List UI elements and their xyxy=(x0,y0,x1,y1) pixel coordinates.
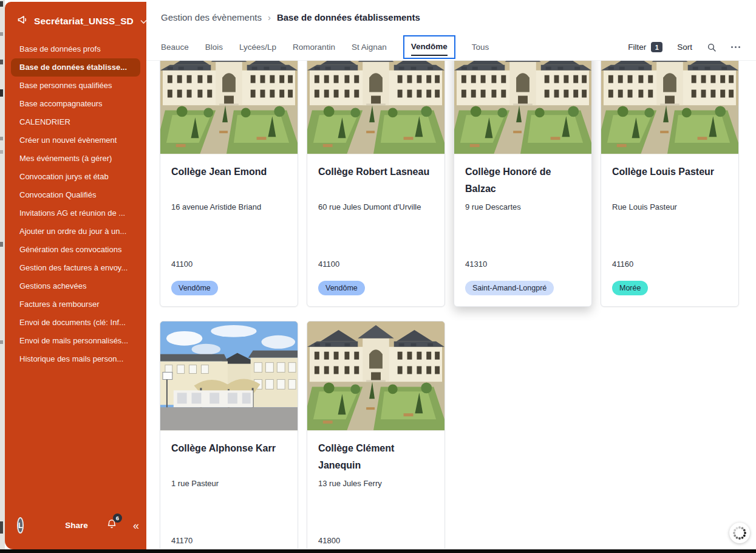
record-postal-code: 41170 xyxy=(171,536,192,545)
window-edge-strip xyxy=(0,0,5,549)
record-city-badge: Morée xyxy=(612,281,648,295)
toolbar-right: Filter 1 Sort xyxy=(628,42,740,52)
school-illustration xyxy=(454,61,591,154)
record-card-body: Collège Robert Lasneau 60 rue Jules Dumo… xyxy=(307,154,444,307)
tab-romorantin[interactable]: Romorantin xyxy=(293,43,335,52)
record-address: 60 rue Jules Dumont d'Urville xyxy=(318,202,434,211)
edge-artifact xyxy=(0,340,3,344)
search-icon[interactable] xyxy=(707,43,717,52)
view-tab-bar: BeauceBloisLycées/LpRomorantinSt AignanV… xyxy=(146,34,756,61)
record-card[interactable]: Collège Alphonse Karr 1 rue Pasteur 4117… xyxy=(160,321,298,549)
sidebar-item[interactable]: Convocation Qualifiés xyxy=(11,186,140,204)
edge-artifact xyxy=(0,150,3,154)
record-card[interactable]: Collège Louis Pasteur Rue Louis Pasteur … xyxy=(601,61,739,307)
sidebar-item[interactable]: Créer un nouvel évènement xyxy=(11,131,140,149)
cards-grid: Collège Jean Emond 16 avenue Aristide Br… xyxy=(160,61,739,549)
edge-artifact xyxy=(0,1,3,7)
app-sidebar: Secrétariat_UNSS_SD Base de données prof… xyxy=(5,2,146,549)
school-illustration xyxy=(601,61,738,154)
record-card-body: Collège Louis Pasteur Rue Louis Pasteur … xyxy=(601,154,738,307)
sidebar-item[interactable]: Gestion des factures à envoy... xyxy=(11,259,140,277)
sidebar-item[interactable]: Base personnes qualifiées xyxy=(11,77,140,95)
record-title: Collège Clément Janequin xyxy=(318,440,434,474)
filter-label: Filter xyxy=(628,43,646,52)
tab-beauce[interactable]: Beauce xyxy=(161,43,189,52)
record-title: Collège Honoré de Balzac xyxy=(465,163,581,197)
record-city-badge: Saint-Amand-Longpré xyxy=(465,281,554,295)
record-card-body: Collège Honoré de Balzac 9 rue Descartes… xyxy=(454,154,591,307)
sidebar-item[interactable]: Envoi de documents (clé: Inf... xyxy=(11,314,140,332)
window-bottom-edge xyxy=(0,549,756,553)
tab-tous[interactable]: Tous xyxy=(472,43,489,52)
record-card[interactable]: Collège Robert Lasneau 60 rue Jules Dumo… xyxy=(307,61,445,307)
record-image xyxy=(160,61,298,154)
record-address: 1 rue Pasteur xyxy=(171,479,287,488)
record-card-body: Collège Jean Emond 16 avenue Aristide Br… xyxy=(160,154,298,307)
sidebar-item[interactable]: Invitations AG et réunion de ... xyxy=(11,204,140,222)
spinner-dots xyxy=(732,526,747,540)
record-image xyxy=(307,61,444,154)
record-image xyxy=(307,321,444,431)
chevron-down-icon xyxy=(140,16,147,27)
record-card[interactable]: Collège Honoré de Balzac 9 rue Descartes… xyxy=(454,61,592,307)
record-card[interactable]: Collège Clément Janequin 13 rue Jules Fe… xyxy=(307,321,445,549)
tab-blois[interactable]: Blois xyxy=(205,43,223,52)
notification-count-badge: 6 xyxy=(113,514,122,523)
filter-button[interactable]: Filter 1 xyxy=(628,42,662,52)
collapse-sidebar-icon[interactable]: « xyxy=(133,520,139,531)
sidebar-item[interactable]: Génération des convocations xyxy=(11,241,140,259)
record-card[interactable]: Collège Jean Emond 16 avenue Aristide Br… xyxy=(160,61,298,307)
record-postal-code: 41100 xyxy=(318,259,339,269)
megaphone-icon xyxy=(17,14,29,28)
breadcrumb-parent[interactable]: Gestion des évènements xyxy=(161,12,262,22)
main-panel: Gestion des évènements › Base de données… xyxy=(146,0,756,549)
record-city-badge: Vendôme xyxy=(318,281,365,295)
sidebar-item[interactable]: Factures à rembourser xyxy=(11,295,140,314)
record-title: Collège Alphonse Karr xyxy=(171,440,287,457)
sidebar-item[interactable]: Base de données établisse... xyxy=(11,58,140,77)
record-address: Rue Louis Pasteur xyxy=(612,202,727,211)
sidebar-footer: L Share 6 « xyxy=(5,509,146,549)
notifications-button[interactable]: 6 xyxy=(106,518,117,532)
loading-spinner xyxy=(729,523,750,543)
edge-artifact xyxy=(0,60,3,64)
sidebar-item[interactable]: CALENDRIER xyxy=(11,113,140,131)
bell-icon xyxy=(106,521,117,532)
sidebar-item[interactable]: Mes événements (à gérer) xyxy=(11,149,140,168)
sidebar-item[interactable]: Historique des mails person... xyxy=(11,350,140,368)
record-postal-code: 41100 xyxy=(171,259,192,269)
breadcrumb-current: Base de données établissements xyxy=(277,12,420,22)
tabs-list: BeauceBloisLycées/LpRomorantinSt AignanV… xyxy=(161,35,489,59)
sidebar-item[interactable]: Ajouter un ordre du jour à un... xyxy=(11,222,140,241)
record-address: 16 avenue Aristide Briand xyxy=(171,202,287,211)
record-image xyxy=(160,321,298,431)
filter-count-badge: 1 xyxy=(651,42,662,52)
share-button[interactable]: Share xyxy=(65,521,88,530)
tab-vend-me[interactable]: Vendôme xyxy=(403,35,455,59)
record-address: 9 rue Descartes xyxy=(465,202,581,211)
tab-lyc-es-lp[interactable]: Lycées/Lp xyxy=(239,43,276,52)
gallery-view: Collège Jean Emond 16 avenue Aristide Br… xyxy=(146,61,756,549)
record-title: Collège Louis Pasteur xyxy=(612,163,727,180)
sort-button[interactable]: Sort xyxy=(677,43,692,52)
avatar[interactable]: L xyxy=(17,517,24,534)
record-city-badge: Vendôme xyxy=(171,281,218,295)
record-card-body: Collège Alphonse Karr 1 rue Pasteur 4117… xyxy=(160,431,298,549)
school-illustration xyxy=(307,321,444,430)
breadcrumb: Gestion des évènements › Base de données… xyxy=(146,0,756,34)
edge-artifact xyxy=(0,89,3,97)
record-title: Collège Robert Lasneau xyxy=(318,163,434,180)
sidebar-nav: Base de données profsBase de données éta… xyxy=(5,38,146,509)
edge-artifact xyxy=(0,137,3,140)
sidebar-item[interactable]: Convocation jurys et étab xyxy=(11,168,140,186)
sidebar-item[interactable]: Base accompagnateurs xyxy=(11,95,140,113)
more-options-icon[interactable] xyxy=(731,46,740,48)
school-photo xyxy=(160,321,298,430)
sidebar-item[interactable]: Gestions achevées xyxy=(11,277,140,295)
record-address: 13 rue Jules Ferry xyxy=(318,479,434,488)
sidebar-item[interactable]: Base de données profs xyxy=(11,40,140,58)
sidebar-item[interactable]: Envoi de mails personnalisés... xyxy=(11,332,140,350)
workspace-header[interactable]: Secrétariat_UNSS_SD xyxy=(5,2,146,38)
tab-st-aignan[interactable]: St Aignan xyxy=(352,43,387,52)
record-image xyxy=(601,61,738,154)
